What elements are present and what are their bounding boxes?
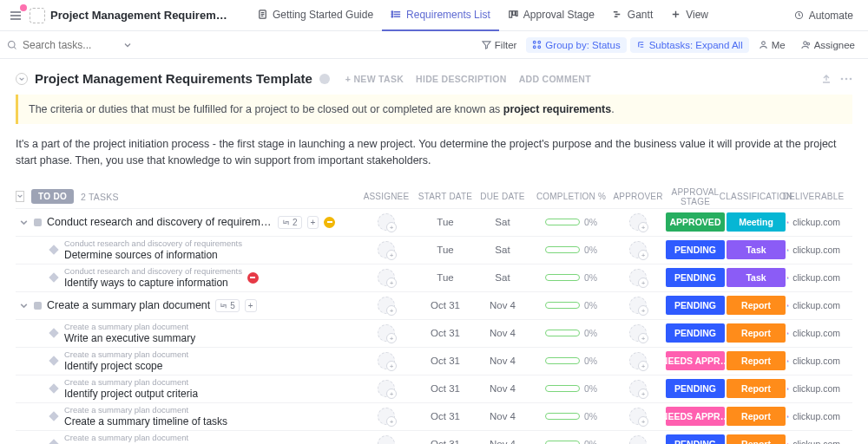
group-collapse[interactable] xyxy=(16,191,24,202)
assignee-avatar[interactable] xyxy=(378,435,395,444)
due-date[interactable]: Nov 4 xyxy=(474,300,531,310)
col-start[interactable]: START DATE xyxy=(417,192,474,201)
due-date[interactable]: Nov 4 xyxy=(474,328,531,338)
hide-description-button[interactable]: HIDE DESCRIPTION xyxy=(416,74,507,84)
classification-tag[interactable]: Report xyxy=(727,323,786,343)
due-date[interactable]: Sat xyxy=(474,245,531,255)
add-comment-button[interactable]: ADD COMMENT xyxy=(519,74,591,84)
view-tab-requirements-list[interactable]: Requirements List xyxy=(382,0,499,31)
due-date[interactable]: Nov 4 xyxy=(474,383,531,394)
completion[interactable]: 0% xyxy=(531,328,611,338)
task-name[interactable]: Identify project output criteria xyxy=(64,388,198,400)
start-date[interactable]: Oct 31 xyxy=(417,328,474,338)
assignee-avatar[interactable] xyxy=(378,408,395,425)
completion[interactable]: 0% xyxy=(531,217,611,227)
table-row[interactable]: Conduct research and discovery of requir… xyxy=(16,208,852,236)
due-date[interactable]: Nov 4 xyxy=(474,439,531,444)
approver-avatar[interactable] xyxy=(629,213,647,231)
assignee-avatar[interactable] xyxy=(378,380,395,397)
start-date[interactable]: Oct 31 xyxy=(417,356,474,366)
assignee-avatar[interactable] xyxy=(378,213,395,231)
blocked-flag-icon[interactable] xyxy=(247,272,259,284)
assignee-button[interactable]: Assignee xyxy=(795,37,861,53)
start-date[interactable]: Oct 31 xyxy=(417,383,474,394)
classification-tag[interactable]: Report xyxy=(727,434,786,444)
task-name[interactable]: Create a summary timeline of tasks xyxy=(64,415,227,428)
approval-stage-tag[interactable]: NEEDS APPR… xyxy=(666,351,725,370)
filter-button[interactable]: Filter xyxy=(476,37,523,53)
start-date[interactable]: Tue xyxy=(417,245,474,255)
view-tab-view[interactable]: View xyxy=(661,0,717,31)
deliverable-link[interactable]: clickup.com xyxy=(786,217,840,227)
collapse-toggle[interactable] xyxy=(16,73,28,85)
deliverable-link[interactable]: clickup.com xyxy=(786,272,840,283)
task-name[interactable]: Identify ways to capture information xyxy=(64,277,242,289)
start-date[interactable]: Oct 31 xyxy=(417,439,474,444)
classification-tag[interactable]: Report xyxy=(727,351,786,370)
classification-tag[interactable]: Task xyxy=(727,240,786,259)
deliverable-link[interactable]: clickup.com xyxy=(786,383,840,394)
completion[interactable]: 0% xyxy=(531,300,611,310)
col-due[interactable]: DUE DATE xyxy=(474,192,531,201)
classification-tag[interactable]: Report xyxy=(727,407,786,426)
assignee-avatar[interactable] xyxy=(378,241,395,258)
col-stage[interactable]: APPROVAL STAGE xyxy=(665,187,726,206)
approver-avatar[interactable] xyxy=(629,435,647,444)
task-name[interactable]: Determine sources of information xyxy=(64,249,242,261)
chevron-down-icon[interactable] xyxy=(123,41,132,49)
automate-button[interactable]: Automate xyxy=(786,5,861,26)
col-assignee[interactable]: ASSIGNEE xyxy=(356,192,417,201)
view-tab-approval-stage[interactable]: Approval Stage xyxy=(499,0,603,31)
due-date[interactable]: Nov 4 xyxy=(474,411,531,421)
add-subtask[interactable]: + xyxy=(307,216,319,229)
col-class[interactable]: CLASSIFICATION xyxy=(726,192,786,201)
table-row[interactable]: Create a summary plan document Identify … xyxy=(16,375,852,402)
subtasks-button[interactable]: Subtasks: Expand All xyxy=(630,37,749,53)
table-row[interactable]: Conduct research and discovery of requir… xyxy=(16,264,852,291)
table-row[interactable]: Conduct research and discovery of requir… xyxy=(16,236,852,264)
table-row[interactable]: Create a summary plan document 5+ Oct 31… xyxy=(16,291,852,319)
completion[interactable]: 0% xyxy=(531,411,611,421)
share-icon[interactable] xyxy=(821,74,832,84)
assignee-avatar[interactable] xyxy=(378,352,395,369)
status-chip[interactable]: TO DO xyxy=(31,189,74,204)
task-name[interactable]: Create a summary plan document xyxy=(47,299,210,311)
approval-stage-tag[interactable]: PENDING xyxy=(666,296,725,315)
classification-tag[interactable]: Task xyxy=(727,268,786,287)
add-subtask[interactable]: + xyxy=(245,299,257,312)
approver-avatar[interactable] xyxy=(629,352,647,369)
col-approver[interactable]: APPROVER xyxy=(611,192,665,201)
completion[interactable]: 0% xyxy=(531,356,611,366)
approver-avatar[interactable] xyxy=(629,380,647,397)
completion[interactable]: 0% xyxy=(531,383,611,394)
approval-stage-tag[interactable]: PENDING xyxy=(666,268,725,287)
completion[interactable]: 0% xyxy=(531,272,611,283)
col-deliverable[interactable]: DELIVERABLE xyxy=(786,192,840,201)
search[interactable] xyxy=(7,39,155,51)
approval-stage-tag[interactable]: PENDING xyxy=(666,434,725,444)
due-date[interactable]: Nov 4 xyxy=(474,356,531,366)
deliverable-link[interactable]: clickup.com xyxy=(786,245,840,255)
deliverable-link[interactable]: clickup.com xyxy=(786,411,840,421)
approver-avatar[interactable] xyxy=(629,297,647,314)
table-row[interactable]: Create a summary plan document Cite refe… xyxy=(16,430,852,444)
completion[interactable]: 0% xyxy=(531,245,611,255)
approval-stage-tag[interactable]: NEEDS APPR… xyxy=(666,407,725,426)
approval-stage-tag[interactable]: PENDING xyxy=(666,240,725,259)
status-dot[interactable] xyxy=(34,302,42,310)
deliverable-link[interactable]: clickup.com xyxy=(786,328,840,338)
approval-stage-tag[interactable]: PENDING xyxy=(666,323,725,343)
new-task-button[interactable]: + NEW TASK xyxy=(345,74,404,84)
due-date[interactable]: Sat xyxy=(474,217,531,227)
approver-avatar[interactable] xyxy=(629,408,647,425)
subtask-count[interactable]: 5 xyxy=(215,299,240,312)
chevron-down-icon[interactable] xyxy=(19,301,29,310)
task-name[interactable]: Conduct research and discovery of requir… xyxy=(47,216,273,228)
classification-tag[interactable]: Meeting xyxy=(727,212,786,232)
deliverable-link[interactable]: clickup.com xyxy=(786,300,840,310)
col-completion[interactable]: COMPLETION % xyxy=(531,192,611,201)
classification-tag[interactable]: Report xyxy=(727,379,786,398)
due-date[interactable]: Sat xyxy=(474,272,531,283)
menu-icon[interactable] xyxy=(7,7,24,24)
approver-avatar[interactable] xyxy=(629,269,647,286)
